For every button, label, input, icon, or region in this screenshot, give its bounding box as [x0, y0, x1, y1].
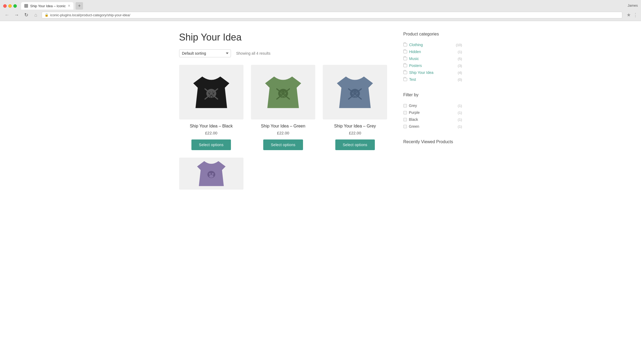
category-link-ship-your-idea[interactable]: Ship Your Idea: [403, 70, 434, 75]
recently-viewed-title: Recently Viewed Products: [403, 139, 462, 144]
filter-name-grey: Grey: [409, 103, 417, 108]
browser-tab[interactable]: Ship Your Idea – Iconic ×: [21, 2, 73, 10]
filter-label-black[interactable]: Black: [403, 117, 418, 122]
category-link-clothing[interactable]: Clothing: [403, 43, 423, 47]
home-button[interactable]: ⌂: [32, 11, 40, 19]
categories-title: Product categories: [403, 32, 462, 37]
category-list: Clothing (10) Hidden (1) Music: [403, 41, 462, 83]
svg-point-29: [209, 173, 211, 175]
refresh-button[interactable]: ↻: [22, 11, 30, 19]
select-options-button-grey[interactable]: Select options: [335, 139, 375, 150]
category-count-clothing: (10): [456, 43, 462, 47]
sidebar-filter-section: Filter by Grey (1) Purple (1): [403, 93, 462, 130]
filter-count-purple: (1): [458, 111, 462, 115]
browser-menu[interactable]: ⋮: [633, 12, 638, 18]
product-name-green: Ship Your Idea – Green: [261, 124, 305, 129]
folder-icon: [403, 64, 407, 67]
product-price-black: £22.00: [205, 131, 217, 135]
tab-label: Ship Your Idea – Iconic: [30, 4, 66, 8]
main-content: Ship Your Idea Default sorting Sort by p…: [179, 32, 387, 190]
product-card-purple: [179, 158, 243, 190]
product-card-black: Ship Your Idea – Black £22.00 Select opt…: [179, 65, 243, 150]
category-link-posters[interactable]: Posters: [403, 63, 422, 68]
category-link-music[interactable]: Music: [403, 57, 419, 61]
results-count: Showing all 4 results: [236, 51, 270, 55]
browser-dots: [3, 4, 17, 8]
filter-name-green: Green: [409, 124, 419, 129]
svg-rect-11: [281, 95, 285, 98]
tab-favicon: [24, 4, 28, 8]
category-link-hidden[interactable]: Hidden: [403, 50, 421, 54]
product-grid: Ship Your Idea – Black £22.00 Select opt…: [179, 65, 387, 150]
list-item: Purple (1): [403, 109, 462, 116]
browser-toolbar: ← → ↻ ⌂ 🔒 iconic-plugins.local/product-c…: [0, 10, 641, 21]
sidebar-recently-viewed-section: Recently Viewed Products: [403, 139, 462, 144]
category-count-music: (5): [458, 57, 462, 61]
list-item: Music (5): [403, 55, 462, 62]
folder-icon: [403, 71, 407, 74]
filter-count-green: (1): [458, 125, 462, 129]
category-count-hidden: (1): [458, 50, 462, 54]
address-bar[interactable]: 🔒 iconic-plugins.local/product-category/…: [42, 12, 622, 18]
product-image-black: [179, 65, 243, 119]
filter-checkbox-black[interactable]: [403, 118, 407, 121]
sidebar-categories-section: Product categories Clothing (10) Hidden …: [403, 32, 462, 83]
product-price-green: £22.00: [277, 131, 289, 135]
svg-point-28: [209, 175, 213, 178]
filter-list: Grey (1) Purple (1) Black (1): [403, 102, 462, 130]
list-item: Green (1): [403, 123, 462, 130]
filter-count-grey: (1): [458, 104, 462, 108]
close-dot[interactable]: [3, 4, 7, 8]
category-name-posters: Posters: [409, 63, 422, 68]
tab-close-button[interactable]: ×: [68, 4, 70, 8]
svg-point-30: [212, 173, 214, 175]
filter-checkbox-purple[interactable]: [403, 111, 407, 114]
product-image-purple: [179, 158, 243, 190]
product-name-black: Ship Your Idea – Black: [190, 124, 233, 129]
svg-rect-20: [353, 95, 357, 98]
bookmark-star[interactable]: ★: [627, 12, 631, 18]
list-item: Black (1): [403, 116, 462, 123]
maximize-dot[interactable]: [13, 4, 17, 8]
list-item: Clothing (10): [403, 41, 462, 48]
filter-checkbox-grey[interactable]: [403, 104, 407, 107]
folder-icon: [403, 57, 407, 60]
minimize-dot[interactable]: [8, 4, 12, 8]
folder-icon: [403, 43, 407, 46]
product-card-grey: Ship Your Idea – Grey £22.00 Select opti…: [323, 65, 387, 150]
list-item: Ship Your Idea (4): [403, 69, 462, 76]
list-item: Posters (3): [403, 62, 462, 69]
category-name-hidden: Hidden: [409, 50, 421, 54]
select-options-button-green[interactable]: Select options: [263, 139, 303, 150]
sort-select[interactable]: Default sorting Sort by popularity Sort …: [179, 49, 231, 57]
category-count-test: (0): [458, 78, 462, 82]
product-grid-row-2: [179, 158, 387, 190]
filter-label-green[interactable]: Green: [403, 124, 419, 129]
back-button[interactable]: ←: [3, 11, 11, 19]
category-name-music: Music: [409, 57, 419, 61]
filter-name-purple: Purple: [409, 110, 420, 115]
filter-label-purple[interactable]: Purple: [403, 110, 420, 115]
filter-label-grey[interactable]: Grey: [403, 103, 417, 108]
product-price-grey: £22.00: [349, 131, 361, 135]
new-tab-button[interactable]: +: [76, 2, 83, 10]
category-link-test[interactable]: Test: [403, 77, 416, 82]
page-container: Ship Your Idea Default sorting Sort by p…: [174, 21, 467, 200]
forward-button[interactable]: →: [13, 11, 20, 19]
address-text: iconic-plugins.local/product-category/sh…: [50, 13, 130, 17]
svg-rect-2: [209, 95, 213, 98]
category-name-clothing: Clothing: [409, 43, 423, 47]
product-image-grey: [323, 65, 387, 119]
product-card-green: Ship Your Idea – Green £22.00 Select opt…: [251, 65, 315, 150]
lock-icon: 🔒: [45, 13, 49, 17]
category-count-posters: (3): [458, 64, 462, 68]
select-options-button-black[interactable]: Select options: [191, 139, 231, 150]
category-count-ship-your-idea: (4): [458, 71, 462, 75]
category-name-test: Test: [409, 77, 416, 82]
list-item: Hidden (1): [403, 48, 462, 55]
filter-checkbox-green[interactable]: [403, 125, 407, 128]
browser-chrome: Ship Your Idea – Iconic × + James ← → ↻ …: [0, 0, 641, 21]
browser-user: James: [628, 3, 638, 9]
product-name-grey: Ship Your Idea – Grey: [334, 124, 376, 129]
list-item: Test (0): [403, 76, 462, 83]
